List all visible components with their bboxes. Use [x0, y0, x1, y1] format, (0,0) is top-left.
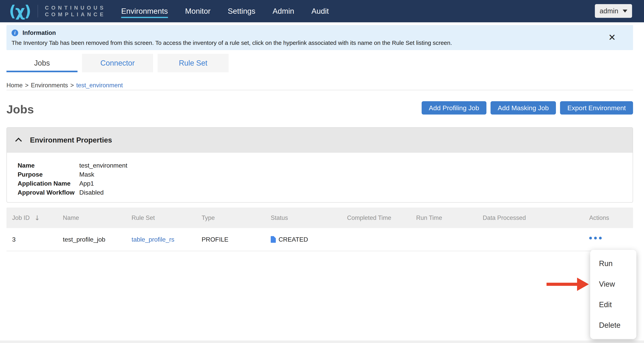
cell-job-name: test_profile_job	[63, 228, 105, 251]
status-text: CREATED	[278, 236, 308, 243]
tab-connector[interactable]: Connector	[82, 54, 153, 72]
breadcrumb-environments[interactable]: Environments	[31, 82, 68, 89]
property-row-approval-workflow: Approval Workflow Disabled	[18, 188, 633, 197]
breadcrumb: Home>Environments>test_environment	[6, 82, 123, 89]
info-icon: i	[12, 30, 18, 36]
page-toolbar: Add Profiling Job Add Masking Job Export…	[422, 101, 633, 114]
brand-line-1: CONTINUOUS	[45, 5, 106, 10]
delphix-logo-icon: (χ)	[9, 4, 30, 19]
breadcrumb-home[interactable]: Home	[6, 82, 23, 89]
red-arrow-head-icon	[577, 278, 589, 291]
chevron-down-icon	[623, 10, 627, 12]
table-row: 3 test_profile_job table_profile_rs PROF…	[6, 228, 633, 251]
tab-jobs[interactable]: Jobs	[6, 54, 78, 72]
sort-descending-icon[interactable]: ↓	[34, 214, 40, 222]
red-arrow-annotation	[546, 283, 578, 286]
nav-item-audit[interactable]: Audit	[312, 7, 329, 16]
property-row-purpose: Purpose Mask	[18, 170, 633, 179]
property-value: Mask	[79, 171, 94, 178]
breadcrumb-separator: >	[25, 82, 28, 89]
environment-properties-body: Name test_environment Purpose Mask Appli…	[7, 153, 633, 197]
nav-item-monitor[interactable]: Monitor	[185, 7, 210, 16]
property-label: Approval Workflow	[18, 189, 79, 196]
property-value: Disabled	[79, 189, 104, 196]
close-icon[interactable]: ✕	[608, 33, 616, 42]
actions-menu-icon[interactable]	[589, 237, 602, 240]
breadcrumb-divider	[6, 90, 633, 90]
add-masking-job-button[interactable]: Add Masking Job	[490, 101, 556, 114]
column-header-status[interactable]: Status	[271, 208, 288, 228]
jobs-table-header: Job ID ↓ Name Rule Set Type Status Compl…	[6, 208, 633, 228]
nav-item-settings[interactable]: Settings	[228, 7, 256, 16]
breadcrumb-current-environment[interactable]: test_environment	[76, 82, 123, 89]
window-bottom-edge	[0, 340, 644, 343]
menu-item-delete[interactable]: Delete	[590, 315, 636, 336]
main-nav: Environments Monitor Settings Admin Audi…	[121, 7, 329, 16]
top-navbar: (χ) CONTINUOUS COMPLIANCE Environments M…	[0, 0, 644, 22]
menu-item-run[interactable]: Run	[590, 253, 636, 274]
property-label: Purpose	[18, 171, 79, 178]
document-status-icon	[271, 236, 276, 243]
banner-message: The Inventory Tab has been removed from …	[12, 40, 628, 46]
property-label: Application Name	[18, 180, 79, 187]
cell-job-type: PROFILE	[202, 228, 228, 251]
information-banner: i Information The Inventory Tab has been…	[6, 25, 633, 50]
nav-item-admin[interactable]: Admin	[273, 7, 294, 16]
cell-job-id: 3	[12, 228, 16, 251]
tab-rule-set[interactable]: Rule Set	[158, 54, 229, 72]
chevron-up-icon	[15, 138, 22, 144]
column-header-type[interactable]: Type	[202, 208, 215, 228]
logo-divider	[38, 5, 38, 18]
page-title: Jobs	[6, 102, 34, 116]
property-label: Name	[18, 162, 79, 169]
user-menu-label: admin	[600, 7, 618, 15]
menu-item-view[interactable]: View	[590, 274, 636, 294]
breadcrumb-separator: >	[70, 82, 74, 89]
column-header-data-processed[interactable]: Data Processed	[483, 208, 526, 228]
environment-properties-title: Environment Properties	[30, 136, 112, 144]
cell-job-status: CREATED	[271, 228, 308, 251]
brand-wordmark: CONTINUOUS COMPLIANCE	[45, 5, 106, 18]
rule-set-link[interactable]: table_profile_rs	[132, 236, 174, 243]
column-header-rule-set[interactable]: Rule Set	[132, 208, 155, 228]
screen-tabs: Jobs Connector Rule Set	[6, 54, 229, 72]
property-value: App1	[79, 180, 94, 187]
add-profiling-job-button[interactable]: Add Profiling Job	[422, 101, 486, 114]
column-header-job-id[interactable]: Job ID ↓	[12, 208, 40, 228]
nav-item-environments[interactable]: Environments	[121, 7, 168, 16]
brand-line-2: COMPLIANCE	[45, 12, 106, 17]
banner-title: Information	[22, 29, 56, 36]
menu-item-edit[interactable]: Edit	[590, 294, 636, 315]
user-menu-button[interactable]: admin	[595, 4, 632, 18]
property-row-name: Name test_environment	[18, 161, 633, 170]
column-header-run-time[interactable]: Run Time	[416, 208, 442, 228]
property-value: test_environment	[79, 162, 127, 169]
column-header-name[interactable]: Name	[63, 208, 79, 228]
column-header-completed-time[interactable]: Completed Time	[347, 208, 391, 228]
actions-context-menu: Run View Edit Delete	[590, 250, 636, 339]
column-header-actions: Actions	[589, 208, 609, 228]
property-row-application-name: Application Name App1	[18, 179, 633, 188]
environment-properties-panel: Environment Properties Name test_environ…	[6, 127, 633, 203]
export-environment-button[interactable]: Export Environment	[560, 101, 633, 114]
environment-properties-header[interactable]: Environment Properties	[7, 128, 633, 153]
